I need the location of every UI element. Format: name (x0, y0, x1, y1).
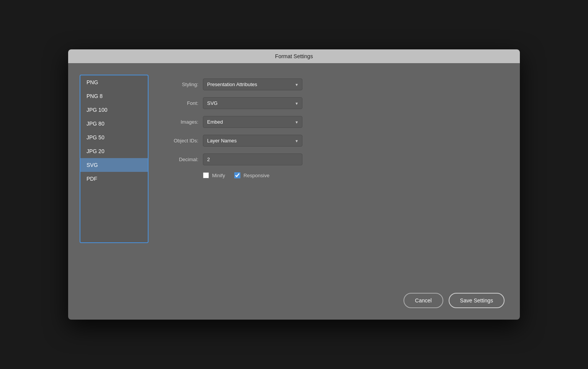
styling-select-wrapper: Presentation Attributes Internal CSS Inl… (203, 78, 302, 90)
format-item-pdf[interactable]: PDF (80, 172, 148, 186)
format-item-png8[interactable]: PNG 8 (80, 89, 148, 103)
object-ids-row: Object IDs: Layer Names Minimal Unique ▼ (160, 135, 505, 147)
images-label: Images: (160, 119, 198, 125)
images-select[interactable]: Embed Link Preserve (203, 116, 302, 128)
responsive-checkbox[interactable] (234, 172, 240, 178)
styling-label: Styling: (160, 82, 198, 87)
decimal-label: Decimal: (160, 157, 198, 162)
styling-row: Styling: Presentation Attributes Interna… (160, 78, 505, 90)
font-row: Font: SVG Convert to Outline ▼ (160, 97, 505, 109)
font-label: Font: (160, 100, 198, 106)
checkbox-row: Minify Responsive (203, 172, 505, 178)
format-item-jpg20[interactable]: JPG 20 (80, 144, 148, 158)
minify-checkbox[interactable] (203, 172, 209, 178)
decimal-input[interactable] (203, 153, 302, 165)
dialog-title: Format Settings (275, 53, 313, 59)
dialog-footer: Cancel Save Settings (68, 285, 520, 320)
format-settings-dialog: Format Settings PNG PNG 8 JPG 100 JPG 80… (68, 49, 520, 320)
images-row: Images: Embed Link Preserve ▼ (160, 116, 505, 128)
decimal-row: Decimal: (160, 153, 505, 165)
cancel-button[interactable]: Cancel (403, 293, 443, 308)
format-item-png[interactable]: PNG (80, 75, 148, 89)
font-select[interactable]: SVG Convert to Outline (203, 97, 302, 109)
minify-label[interactable]: Minify (203, 172, 225, 178)
images-select-wrapper: Embed Link Preserve ▼ (203, 116, 302, 128)
format-item-jpg80[interactable]: JPG 80 (80, 117, 148, 131)
object-ids-select[interactable]: Layer Names Minimal Unique (203, 135, 302, 147)
styling-select[interactable]: Presentation Attributes Internal CSS Inl… (203, 78, 302, 90)
minify-text: Minify (212, 173, 225, 178)
format-list: PNG PNG 8 JPG 100 JPG 80 JPG 50 JPG 20 S… (80, 75, 149, 243)
dialog-body: PNG PNG 8 JPG 100 JPG 80 JPG 50 JPG 20 S… (68, 63, 520, 285)
settings-panel: Styling: Presentation Attributes Interna… (160, 75, 505, 274)
responsive-text: Responsive (243, 173, 270, 178)
format-item-jpg50[interactable]: JPG 50 (80, 131, 148, 144)
object-ids-select-wrapper: Layer Names Minimal Unique ▼ (203, 135, 302, 147)
format-item-svg[interactable]: SVG (80, 158, 148, 172)
font-select-wrapper: SVG Convert to Outline ▼ (203, 97, 302, 109)
format-item-jpg100[interactable]: JPG 100 (80, 103, 148, 117)
save-settings-button[interactable]: Save Settings (449, 293, 505, 308)
responsive-label[interactable]: Responsive (234, 172, 270, 178)
dialog-titlebar: Format Settings (68, 49, 520, 63)
object-ids-label: Object IDs: (160, 138, 198, 144)
